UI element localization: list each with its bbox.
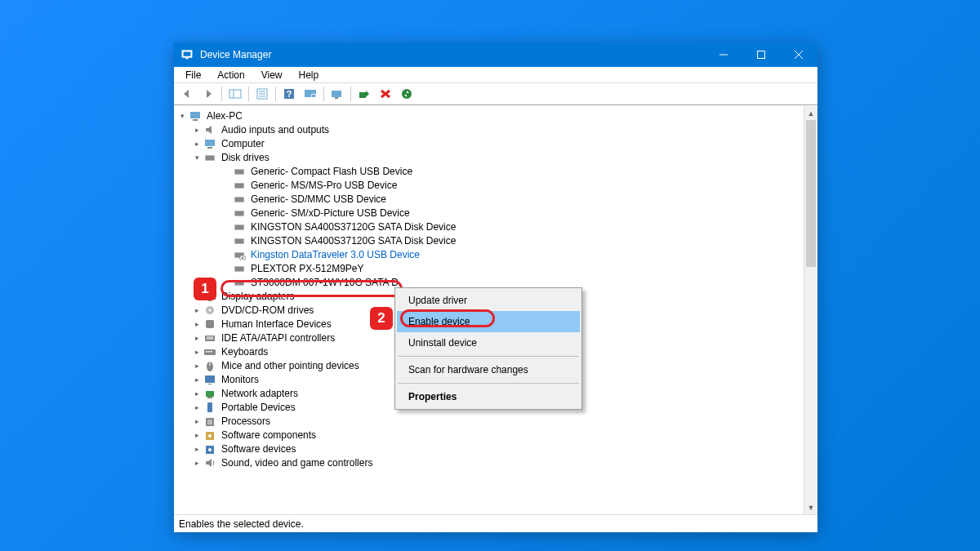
status-text: Enables the selected device. <box>179 518 304 530</box>
audio-icon <box>203 124 216 136</box>
menu-file[interactable]: File <box>177 68 209 82</box>
device-node[interactable]: Generic- SD/MMC USB Device <box>174 192 804 206</box>
svg-rect-24 <box>193 119 198 121</box>
properties-button[interactable] <box>252 85 272 103</box>
scroll-track[interactable] <box>804 120 817 500</box>
svg-rect-68 <box>207 420 212 424</box>
forward-button[interactable] <box>198 85 218 103</box>
expand-icon[interactable]: ▸ <box>192 291 202 301</box>
category-label: Keyboards <box>220 346 270 358</box>
sound-icon <box>203 457 216 469</box>
device-label: Generic- MS/MS-Pro USB Device <box>249 180 399 191</box>
category-node[interactable]: ▾Disk drives <box>174 150 804 164</box>
expand-icon[interactable]: ▸ <box>192 347 202 357</box>
ctx-enable-device[interactable]: Enable device <box>397 311 580 332</box>
device-label: Generic- SD/MMC USB Device <box>249 193 388 205</box>
category-node[interactable]: ▸Audio inputs and outputs <box>174 122 804 136</box>
menu-action[interactable]: Action <box>209 68 252 82</box>
expand-icon[interactable]: ▸ <box>192 125 202 135</box>
category-node[interactable]: ▸Software components <box>174 428 804 442</box>
svg-rect-32 <box>235 184 243 188</box>
collapse-icon[interactable]: ▾ <box>192 153 202 162</box>
expand-icon[interactable]: ▸ <box>192 139 202 149</box>
tree-root[interactable]: ▾Alex-PC <box>174 109 804 122</box>
expand-icon[interactable]: ▸ <box>192 361 202 371</box>
menu-view[interactable]: View <box>253 68 291 82</box>
expand-icon[interactable]: ▸ <box>192 444 202 454</box>
category-node[interactable]: ▸Computer <box>174 136 804 150</box>
category-node[interactable]: ▸Sound, video and game controllers <box>174 455 804 469</box>
titlebar[interactable]: Device Manager <box>174 42 817 67</box>
maximize-button[interactable] <box>742 42 780 67</box>
window-title: Device Manager <box>200 49 705 60</box>
toolbar-separator <box>350 87 351 101</box>
show-hide-tree-button[interactable] <box>225 85 245 103</box>
disk-icon <box>233 221 246 233</box>
ctx-update-driver[interactable]: Update driver <box>397 290 580 311</box>
scroll-thumb[interactable] <box>806 120 816 267</box>
category-label: Audio inputs and outputs <box>220 124 331 136</box>
svg-rect-1 <box>184 52 191 56</box>
expand-icon[interactable]: ▸ <box>192 430 202 440</box>
ctx-properties[interactable]: Properties <box>397 386 580 407</box>
svg-rect-23 <box>190 112 200 118</box>
scrollbar[interactable]: ▲ ▼ <box>804 106 817 514</box>
expand-icon[interactable]: ▸ <box>192 416 202 426</box>
cdrom-icon <box>203 304 216 316</box>
device-node[interactable]: Generic- Compact Flash USB Device <box>174 164 804 178</box>
expand-icon[interactable]: ▸ <box>192 458 202 468</box>
device-label: PLEXTOR PX-512M9PeY <box>249 263 366 274</box>
device-node[interactable]: KINGSTON SA400S37120G SATA Disk Device <box>174 220 804 233</box>
menu-separator <box>398 356 579 357</box>
device-node[interactable]: Kingston DataTraveler 3.0 USB Device <box>174 247 804 261</box>
category-node[interactable]: ▸Processors <box>174 414 804 428</box>
collapse-icon[interactable]: ▾ <box>177 111 187 121</box>
enable-device-button[interactable] <box>354 85 374 103</box>
expand-icon[interactable]: ▸ <box>192 402 202 412</box>
device-node[interactable]: Generic- SM/xD-Picture USB Device <box>174 206 804 220</box>
category-node[interactable]: ▸Software devices <box>174 442 804 455</box>
svg-rect-48 <box>204 292 216 300</box>
svg-rect-28 <box>206 156 214 160</box>
toolbar-separator <box>275 87 276 101</box>
disk-icon <box>233 207 246 219</box>
category-label: Display adapters <box>220 291 296 302</box>
category-label: Software components <box>220 429 318 441</box>
expand-icon[interactable]: ▸ <box>192 319 202 329</box>
svg-rect-57 <box>206 351 207 353</box>
svg-rect-18 <box>335 97 338 99</box>
update-driver-button[interactable] <box>327 85 347 103</box>
menu-help[interactable]: Help <box>291 68 327 82</box>
category-label: IDE ATA/ATAPI controllers <box>220 332 336 344</box>
device-label: KINGSTON SA400S37120G SATA Disk Device <box>249 221 457 233</box>
back-button[interactable] <box>177 85 197 103</box>
expand-icon[interactable]: ▸ <box>192 305 202 315</box>
expand-icon[interactable]: ▸ <box>192 389 202 398</box>
uninstall-device-button[interactable] <box>376 85 395 103</box>
help-button[interactable]: ? <box>279 85 299 103</box>
svg-text:?: ? <box>287 89 292 99</box>
svg-rect-47 <box>235 281 243 285</box>
device-node[interactable]: KINGSTON SA400S37120G SATA Disk Device <box>174 233 804 247</box>
refresh-button[interactable] <box>397 85 416 103</box>
app-icon <box>180 48 194 61</box>
close-button[interactable] <box>780 42 817 67</box>
category-label: Computer <box>220 138 266 149</box>
device-node[interactable]: Generic- MS/MS-Pro USB Device <box>174 178 804 192</box>
swcomp-icon <box>203 429 216 441</box>
portable-icon <box>203 402 216 413</box>
expand-icon[interactable]: ▸ <box>192 375 202 384</box>
scan-hardware-button[interactable] <box>301 85 320 103</box>
scroll-up-arrow[interactable]: ▲ <box>804 106 817 120</box>
expand-icon[interactable]: ▸ <box>192 333 202 343</box>
mouse-icon <box>203 360 216 371</box>
ctx-uninstall-device[interactable]: Uninstall device <box>397 332 580 353</box>
tree-root-label: Alex-PC <box>205 110 244 122</box>
disk-icon <box>233 277 246 288</box>
device-label: Kingston DataTraveler 3.0 USB Device <box>249 249 421 260</box>
svg-point-70 <box>208 434 212 438</box>
ctx-scan-for-hardware-changes[interactable]: Scan for hardware changes <box>397 359 580 380</box>
device-node[interactable]: PLEXTOR PX-512M9PeY <box>174 261 804 275</box>
minimize-button[interactable] <box>705 42 742 67</box>
scroll-down-arrow[interactable]: ▼ <box>804 500 817 514</box>
